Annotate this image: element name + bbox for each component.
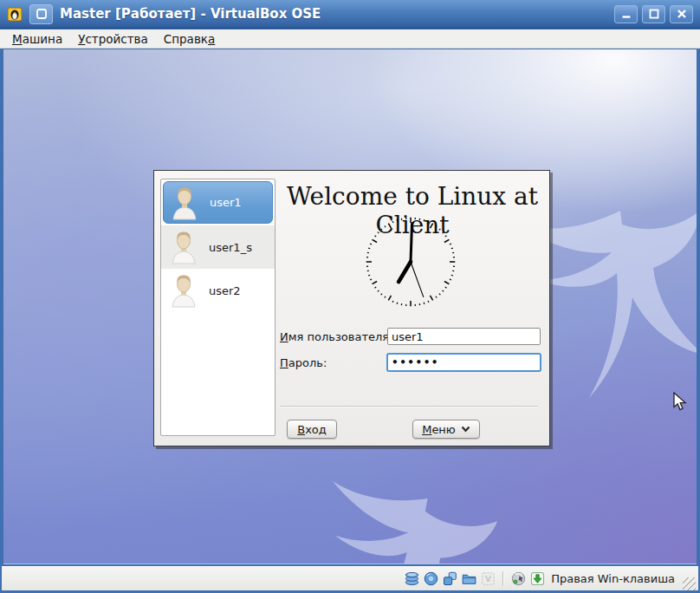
username-label: Имя пользователя: — [280, 330, 393, 343]
user-row-user1[interactable]: user1 — [163, 181, 273, 224]
ose-cube-icon — [36, 8, 48, 20]
user-list: user1 user1_s — [160, 179, 275, 436]
maximize-button[interactable] — [642, 5, 665, 23]
login-dialog: user1 user1_s — [153, 170, 550, 446]
menu-help[interactable]: Справка — [164, 32, 216, 46]
user-name: user1 — [210, 196, 242, 209]
dialog-separator — [280, 406, 538, 407]
close-button[interactable] — [670, 5, 693, 23]
hard-disks-icon[interactable] — [405, 571, 419, 586]
user-name: user1_s — [209, 241, 252, 254]
virtualbox-ose-logo — [29, 4, 53, 24]
window-controls — [614, 5, 693, 23]
user-row-user2[interactable]: user2 — [161, 269, 275, 312]
svg-text:V: V — [485, 575, 491, 583]
statusbar: V Правая Win-клавиша — [2, 566, 698, 590]
user-row-user1-s[interactable]: user1_s — [161, 225, 275, 269]
analog-clock — [363, 214, 458, 310]
menu-machine[interactable]: Машина — [12, 32, 62, 46]
menu-devices[interactable]: Устройства — [78, 32, 148, 46]
user-avatar-icon — [167, 186, 202, 220]
user-name: user2 — [209, 284, 241, 297]
minimize-button[interactable] — [614, 5, 638, 23]
vm-app-icon — [7, 6, 23, 22]
mouse-cursor-icon — [672, 392, 690, 412]
close-icon — [676, 9, 688, 19]
virtualbox-window: Master [Работает] - VirtualBox OSE М — [0, 0, 700, 593]
minimize-icon — [620, 9, 632, 19]
password-label: Пароль: — [280, 356, 327, 369]
resize-grip[interactable] — [683, 577, 696, 590]
vm-desktop: user1 user1_s — [3, 49, 697, 564]
user-avatar-icon — [166, 230, 201, 264]
mouse-integration-icon[interactable] — [511, 571, 526, 586]
window-title: Master [Работает] - VirtualBox OSE — [60, 6, 321, 22]
password-input[interactable] — [386, 353, 541, 372]
host-key-icon[interactable] — [530, 571, 545, 586]
cd-dvd-icon[interactable] — [424, 571, 438, 586]
statusbar-separator — [502, 571, 504, 586]
shared-folders-icon[interactable] — [462, 571, 476, 586]
menubar: Машина Устройства Справка — [0, 29, 700, 49]
chevron-down-icon — [461, 426, 470, 433]
clock-face-icon — [363, 214, 458, 310]
menu-button[interactable]: Меню — [412, 420, 480, 439]
login-button[interactable]: Вход — [287, 420, 337, 439]
user-avatar-icon — [166, 273, 201, 308]
network-icon[interactable] — [443, 571, 457, 586]
maximize-icon — [648, 9, 660, 19]
titlebar: Master [Работает] - VirtualBox OSE — [0, 0, 700, 29]
display-icon[interactable]: V — [481, 571, 496, 586]
swallow-silhouette-bottom — [270, 464, 505, 564]
host-key-label: Правая Win-клавиша — [551, 572, 675, 585]
username-input[interactable] — [387, 328, 541, 345]
